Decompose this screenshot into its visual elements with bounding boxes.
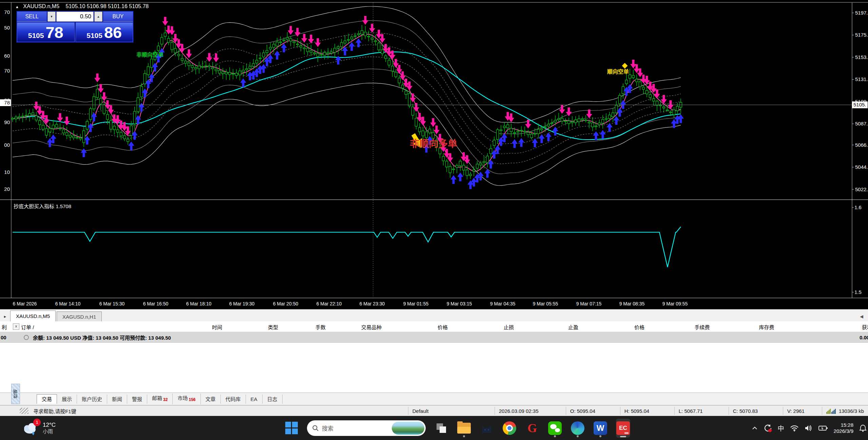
traffic-bars-icon [826, 408, 836, 414]
svg-text:10: 10 [4, 169, 10, 175]
resize-grip[interactable] [20, 408, 28, 414]
svg-text:00: 00 [4, 142, 10, 148]
column-header-2[interactable]: 类型 [268, 323, 278, 331]
toolbox-tab-代码库[interactable]: 代码库 [221, 395, 246, 404]
column-header-5[interactable]: 价格 [438, 323, 448, 331]
svg-text:9 Mar 07:15: 9 Mar 07:15 [576, 301, 602, 306]
taskbar-center: 搜索 G [284, 416, 630, 440]
battery-icon[interactable] [818, 425, 828, 431]
column-header-3[interactable]: 手数 [315, 323, 326, 331]
file-explorer-button[interactable] [457, 419, 471, 438]
ask-price-small: 5105 [86, 32, 102, 40]
toolbox-tab-交易[interactable]: 交易 [37, 394, 57, 404]
sell-button[interactable]: SELL [17, 12, 47, 22]
red-g-app-button[interactable]: G [525, 419, 539, 438]
trade-row-buttons: SELL ▼ 0.50 ▲ BUY [17, 12, 133, 22]
svg-text:1.6: 1.6 [854, 204, 862, 210]
column-header-6[interactable]: 止损 [504, 323, 514, 331]
status-help-text: 寻求帮助,请按F1键 [33, 407, 408, 415]
search-highlight-image[interactable] [392, 422, 424, 435]
ime-indicator[interactable]: 中 [778, 423, 784, 433]
svg-text:6 Mar 19:30: 6 Mar 19:30 [229, 301, 255, 306]
search-box[interactable]: 搜索 [307, 420, 426, 436]
search-placeholder: 搜索 [322, 424, 388, 432]
svg-text:20: 20 [4, 186, 10, 192]
toolbox-tab-新闻[interactable]: 新闻 [107, 395, 127, 404]
bid-quote-button[interactable]: 5105 78 [17, 22, 75, 42]
toolbox-tab-账户历史[interactable]: 账户历史 [77, 395, 107, 404]
svg-text:9 Mar 09:55: 9 Mar 09:55 [662, 301, 688, 306]
status-segment-0: 2026.03.09 02:35 [495, 407, 566, 415]
toolbox-close-button[interactable]: x [13, 323, 19, 330]
task-view-button[interactable] [434, 419, 448, 438]
column-header-11[interactable]: 获利 [862, 323, 868, 331]
current-price-tag: 5105. [853, 102, 866, 107]
column-header-0[interactable]: 订单 / [21, 323, 34, 331]
bid-price-small: 5105 [28, 32, 44, 40]
column-header-8[interactable]: 价格 [634, 323, 644, 331]
column-header-7[interactable]: 止盈 [568, 323, 578, 331]
toolbox-side-tab[interactable]: 终端 [11, 384, 20, 404]
svg-text:50: 50 [4, 25, 10, 31]
taskbar-clock[interactable]: 15:28 2026/3/9 [834, 422, 853, 434]
trade-row-quotes: 5105 78 5105 86 [17, 22, 133, 42]
svg-text:1.5: 1.5 [854, 289, 862, 295]
status-bar: 寻求帮助,请按F1键 Default 2026.03.09 02:35O: 50… [0, 405, 868, 416]
word-button[interactable]: W [593, 419, 607, 438]
notification-bell-icon[interactable] [859, 424, 867, 432]
volume-icon[interactable] [805, 425, 813, 432]
ec-app-icon: EC [616, 421, 630, 435]
column-header-10[interactable]: 库存费 [759, 323, 774, 331]
chrome-button[interactable] [502, 419, 517, 438]
toolbox-tab-市场[interactable]: 市场156 [173, 394, 200, 404]
cat-app-icon [480, 421, 494, 435]
svg-text:9 Mar 04:35: 9 Mar 04:35 [490, 301, 516, 306]
folder-icon [457, 423, 471, 434]
column-header-4[interactable]: 交易品种 [361, 323, 382, 331]
clipped-profit-value: 0.00 [860, 335, 868, 340]
svg-text:90: 90 [4, 119, 10, 125]
start-button[interactable] [284, 419, 298, 438]
dark-app-button[interactable] [480, 419, 494, 438]
weather-temp: 12°C [43, 422, 56, 428]
collapse-icon[interactable]: ▲ [15, 5, 19, 9]
volume-up-button[interactable]: ▲ [94, 12, 102, 22]
svg-text:9 Mar 01:55: 9 Mar 01:55 [403, 301, 429, 306]
tray-chevron-icon[interactable] [752, 426, 757, 430]
toolbox-tab-展示[interactable]: 展示 [57, 395, 77, 404]
status-segment-3: L: 5067.71 [674, 407, 729, 415]
indicator-label: 抄底大胆买入指标 1.5708 [14, 202, 71, 209]
svg-text:78: 78 [4, 100, 10, 105]
wifi-icon[interactable] [790, 425, 799, 432]
tab-scroll-right-icon[interactable]: ◀ [860, 314, 863, 319]
column-header-9[interactable]: 手续费 [694, 323, 710, 331]
toolbox-tab-警报[interactable]: 警报 [127, 395, 147, 404]
chart-tab-xauusd[interactable]: XAUUSD.n,M5 [10, 311, 56, 321]
background-window-text: 利 [2, 323, 7, 331]
weather-widget[interactable]: 1 12°C 小雨 [22, 416, 56, 440]
toolbox-tab-文章[interactable]: 文章 [201, 395, 221, 404]
toolbox-tab-EA[interactable]: EA [246, 395, 263, 404]
ec-app-button[interactable]: EC [616, 419, 630, 438]
toolbox-tab-日志[interactable]: 日志 [263, 395, 283, 404]
symbol-bar: ▲ XAUUSD.n,M5 5105.10 5106.98 5101.16 51… [15, 3, 149, 9]
edge-button[interactable] [571, 419, 585, 438]
traffic-segment: 13036/3 kb [822, 407, 868, 415]
column-header-1[interactable]: 时间 [212, 323, 222, 331]
ask-quote-button[interactable]: 5105 86 [76, 22, 133, 42]
volume-down-button[interactable]: ▼ [47, 12, 56, 22]
status-segment-4: C: 5070.83 [729, 407, 783, 415]
chart-tab-xagusd[interactable]: XAGUSD.n,H1 [57, 312, 102, 321]
buy-button[interactable]: BUY [103, 12, 133, 22]
svg-text:70: 70 [4, 68, 10, 74]
svg-text:6 Mar 15:30: 6 Mar 15:30 [99, 301, 125, 306]
svg-text:6 Mar 2026: 6 Mar 2026 [13, 301, 37, 306]
volume-input[interactable]: 0.50 [56, 12, 94, 22]
sync-icon[interactable] [763, 424, 772, 433]
status-segment-2: H: 5095.04 [620, 407, 674, 415]
toolbox-tab-邮箱[interactable]: 邮箱32 [147, 394, 173, 404]
tab-scroll-left-icon[interactable]: ▸ [0, 314, 10, 321]
profile-selector[interactable]: Default [408, 407, 495, 415]
svg-text:5044.: 5044. [855, 164, 868, 170]
wechat-button[interactable] [548, 419, 562, 438]
